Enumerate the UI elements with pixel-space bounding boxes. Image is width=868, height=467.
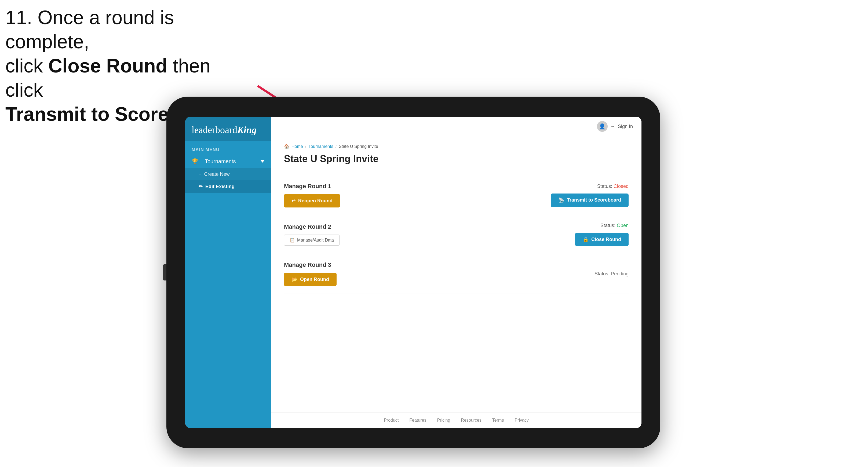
edit-icon: ✏ (198, 184, 203, 189)
breadcrumb-current: State U Spring Invite (339, 144, 378, 149)
round-1-section: Manage Round 1 ↩ Reopen Round Status: Cl… (284, 175, 628, 215)
round-3-left: Manage Round 3 📂 Open Round (284, 261, 337, 286)
round-1-right: Status: Closed 📡 Transmit to Scoreboard (551, 184, 628, 207)
footer-product[interactable]: Product (384, 418, 399, 423)
logo-leaderboard: leaderboard (192, 125, 237, 135)
avatar: 👤 (597, 121, 608, 132)
round-3-status: Status: Pending (594, 271, 628, 277)
main-menu-label: MAIN MENU (185, 145, 271, 154)
transmit-label: Transmit to Scoreboard (567, 197, 621, 203)
sign-in-button[interactable]: 👤 → Sign In (597, 121, 633, 132)
top-bar: 👤 → Sign In (271, 117, 642, 136)
transmit-icon: 📡 (558, 197, 564, 203)
sidebar-item-edit-existing[interactable]: ✏ Edit Existing (185, 180, 271, 193)
footer-pricing[interactable]: Pricing (437, 418, 450, 423)
round-2-status: Status: Open (600, 223, 628, 228)
breadcrumb-icon: 🏠 (284, 144, 289, 149)
footer: Product Features Pricing Resources Terms… (271, 412, 642, 428)
open-round-label: Open Round (300, 277, 329, 282)
sidebar-item-tournaments[interactable]: 🏆 Tournaments (185, 154, 271, 168)
tablet-screen: leaderboardKing MAIN MENU 🏆 Tournaments (185, 117, 642, 428)
user-icon: 👤 (599, 123, 606, 130)
sidebar-sub-items: + Create New ✏ Edit Existing (185, 168, 271, 193)
sign-in-text: Sign In (618, 124, 633, 129)
app-layout: leaderboardKing MAIN MENU 🏆 Tournaments (185, 117, 642, 428)
audit-label: Manage/Audit Data (297, 238, 334, 243)
round-3-right: Status: Pending (594, 271, 628, 277)
content-area: 🏠 Home / Tournaments / State U Spring In… (271, 136, 642, 412)
close-round-label: Close Round (591, 237, 621, 242)
round-3-section: Manage Round 3 📂 Open Round Status: Pend… (284, 254, 628, 294)
open-round-button[interactable]: 📂 Open Round (284, 273, 337, 286)
round-1-status-value: Closed (614, 184, 628, 189)
breadcrumb: 🏠 Home / Tournaments / State U Spring In… (284, 144, 628, 149)
sign-in-label: → (610, 124, 615, 129)
logo-king: King (237, 125, 256, 135)
lock-icon: 🔒 (583, 237, 589, 242)
transmit-to-scoreboard-button[interactable]: 📡 Transmit to Scoreboard (551, 193, 628, 207)
audit-icon: 📋 (289, 238, 295, 243)
main-content: 👤 → Sign In 🏠 Home / Tournaments / (271, 117, 642, 428)
footer-resources[interactable]: Resources (461, 418, 481, 423)
chevron-down-icon (260, 160, 265, 163)
round-2-title: Manage Round 2 (284, 223, 340, 230)
edit-existing-label: Edit Existing (205, 184, 235, 189)
round-1-status: Status: Closed (597, 184, 628, 189)
round-1-left: Manage Round 1 ↩ Reopen Round (284, 183, 340, 208)
round-2-left: Manage Round 2 📋 Manage/Audit Data (284, 223, 340, 246)
reopen-label: Reopen Round (298, 198, 333, 204)
round-2-right: Status: Open 🔒 Close Round (575, 223, 628, 246)
breadcrumb-home[interactable]: Home (291, 144, 303, 149)
instruction-close-round: Close Round (48, 55, 167, 76)
close-round-button[interactable]: 🔒 Close Round (575, 233, 628, 246)
manage-audit-button[interactable]: 📋 Manage/Audit Data (284, 235, 340, 246)
sidebar: leaderboardKing MAIN MENU 🏆 Tournaments (185, 117, 271, 428)
sidebar-item-create-new[interactable]: + Create New (185, 168, 271, 180)
tablet-side-button (163, 264, 166, 280)
open-icon: 📂 (291, 276, 298, 282)
footer-privacy[interactable]: Privacy (515, 418, 528, 423)
sidebar-logo: leaderboardKing (185, 117, 271, 141)
reopen-icon: ↩ (291, 198, 296, 204)
sidebar-menu: MAIN MENU 🏆 Tournaments + Create New (185, 141, 271, 197)
footer-terms[interactable]: Terms (492, 418, 504, 423)
footer-features[interactable]: Features (409, 418, 426, 423)
round-1-title: Manage Round 1 (284, 183, 340, 190)
round-2-status-value: Open (617, 223, 628, 228)
page-title: State U Spring Invite (284, 153, 628, 164)
logo: leaderboardKing (192, 124, 265, 135)
round-2-section: Manage Round 2 📋 Manage/Audit Data Statu… (284, 215, 628, 254)
round-3-status-value: Pending (611, 271, 628, 276)
plus-icon: + (198, 172, 202, 177)
create-new-label: Create New (204, 172, 230, 177)
breadcrumb-tournaments[interactable]: Tournaments (308, 144, 333, 149)
sidebar-tournaments-label: Tournaments (205, 158, 236, 164)
round-3-title: Manage Round 3 (284, 261, 337, 269)
tablet-frame: leaderboardKing MAIN MENU 🏆 Tournaments (166, 97, 660, 448)
reopen-round-button[interactable]: ↩ Reopen Round (284, 194, 340, 208)
trophy-icon: 🏆 (192, 158, 198, 164)
instruction-line1: 11. Once a round is complete, (5, 7, 174, 52)
instruction-line2-prefix: click (5, 55, 48, 76)
